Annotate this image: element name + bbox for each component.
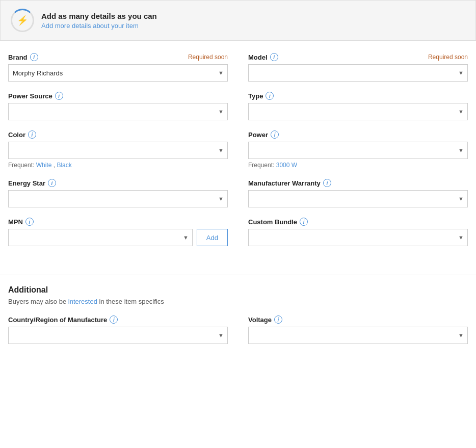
voltage-label-row: Voltage i <box>248 315 468 324</box>
brand-select[interactable]: Morphy Richards Philips Bosch <box>8 64 228 82</box>
brand-label-row: Brand i Required soon <box>8 53 228 61</box>
manufacturer-warranty-select[interactable] <box>248 190 468 207</box>
model-label-text: Model <box>248 54 268 61</box>
voltage-label-text: Voltage <box>248 316 272 324</box>
model-label-row: Model i Required soon <box>248 53 468 61</box>
power-select[interactable]: 3000 W <box>248 142 468 159</box>
header-banner: Add as many details as you can Add more … <box>0 0 476 41</box>
country-region-label-row: Country/Region of Manufacture i <box>8 315 228 324</box>
additional-subtitle-end: in these item specifics <box>97 298 164 305</box>
power-source-select[interactable] <box>8 103 228 120</box>
power-label-text: Power <box>248 131 268 139</box>
power-source-field-group: Power Source i ▼ <box>8 92 228 120</box>
energy-star-label-row: Energy Star i <box>8 179 228 187</box>
mpn-label: MPN i <box>8 218 34 226</box>
energy-star-info-icon[interactable]: i <box>48 179 56 187</box>
type-select-wrapper: ▼ <box>248 103 468 120</box>
color-frequent-white[interactable]: White <box>36 162 52 169</box>
color-label-text: Color <box>8 131 25 139</box>
power-field-group: Power i 3000 W ▼ Frequent: 3000 W <box>248 130 468 169</box>
model-select[interactable] <box>248 64 468 82</box>
type-label-text: Type <box>248 92 263 100</box>
voltage-info-icon[interactable]: i <box>274 315 282 324</box>
color-label: Color i <box>8 130 36 139</box>
type-field-group: Type i ▼ <box>248 92 468 120</box>
country-region-select[interactable] <box>8 327 228 344</box>
additional-section: Additional Buyers may also be interested… <box>0 285 476 354</box>
country-region-field-group: Country/Region of Manufacture i ▼ <box>8 315 228 344</box>
color-select[interactable]: White Black <box>8 142 228 159</box>
type-label-row: Type i <box>248 92 468 100</box>
energy-star-label: Energy Star i <box>8 179 56 187</box>
custom-bundle-label: Custom Bundle i <box>248 218 308 226</box>
power-source-select-wrapper: ▼ <box>8 103 228 120</box>
additional-subtitle: Buyers may also be interested in these i… <box>8 298 468 305</box>
manufacturer-warranty-label-text: Manufacturer Warranty <box>248 179 321 187</box>
color-frequent-black[interactable]: Black <box>57 162 71 169</box>
progress-icon <box>11 9 34 32</box>
brand-info-icon[interactable]: i <box>30 53 38 61</box>
mpn-label-row: MPN i <box>8 218 228 226</box>
voltage-label: Voltage i <box>248 315 282 324</box>
color-select-wrapper: White Black ▼ <box>8 142 228 159</box>
brand-label-text: Brand <box>8 54 28 61</box>
model-label: Model i <box>248 53 278 61</box>
power-source-label-text: Power Source <box>8 92 52 100</box>
custom-bundle-select[interactable] <box>248 229 468 246</box>
form-container: Brand i Required soon Morphy Richards Ph… <box>0 53 476 265</box>
country-region-label-text: Country/Region of Manufacture <box>8 316 107 324</box>
brand-label: Brand i <box>8 53 38 61</box>
additional-interested-link[interactable]: interested <box>68 298 97 305</box>
country-region-label: Country/Region of Manufacture i <box>8 315 118 324</box>
section-divider <box>0 275 476 275</box>
type-info-icon[interactable]: i <box>266 92 274 100</box>
country-region-select-wrapper: ▼ <box>8 327 228 344</box>
power-source-label-row: Power Source i <box>8 92 228 100</box>
additional-form-grid: Country/Region of Manufacture i ▼ Voltag… <box>8 315 468 354</box>
power-frequent-row: Frequent: 3000 W <box>248 162 468 169</box>
model-required-soon: Required soon <box>428 54 468 61</box>
custom-bundle-label-row: Custom Bundle i <box>248 218 468 226</box>
mpn-row: ▼ Add <box>8 229 228 246</box>
energy-star-select[interactable] <box>8 190 228 207</box>
color-field-group: Color i White Black ▼ Frequent: White , … <box>8 130 228 169</box>
voltage-select[interactable] <box>248 327 468 344</box>
mpn-label-text: MPN <box>8 218 23 226</box>
type-select[interactable] <box>248 103 468 120</box>
additional-subtitle-text: Buyers may also be <box>8 298 68 305</box>
header-title: Add as many details as you can <box>41 12 157 20</box>
mpn-select[interactable] <box>8 229 193 246</box>
additional-title: Additional <box>8 285 468 295</box>
mpn-add-button[interactable]: Add <box>197 229 228 246</box>
color-label-row: Color i <box>8 130 228 139</box>
header-subtitle: Add more details about your item <box>41 22 157 30</box>
power-source-label: Power Source i <box>8 92 63 100</box>
custom-bundle-info-icon[interactable]: i <box>300 218 308 226</box>
power-label-row: Power i <box>248 130 468 139</box>
model-select-wrapper: ▼ <box>248 64 468 82</box>
voltage-field-group: Voltage i ▼ <box>248 315 468 344</box>
custom-bundle-field-group: Custom Bundle i ▼ <box>248 218 468 246</box>
power-frequent-3000w[interactable]: 3000 W <box>276 162 297 169</box>
header-text: Add as many details as you can Add more … <box>41 12 157 30</box>
color-frequent-row: Frequent: White , Black <box>8 162 228 169</box>
custom-bundle-label-text: Custom Bundle <box>248 218 297 226</box>
manufacturer-warranty-info-icon[interactable]: i <box>323 179 331 187</box>
brand-required-soon: Required soon <box>188 54 228 61</box>
energy-star-select-wrapper: ▼ <box>8 190 228 207</box>
manufacturer-warranty-label: Manufacturer Warranty i <box>248 179 331 187</box>
manufacturer-warranty-label-row: Manufacturer Warranty i <box>248 179 468 187</box>
manufacturer-warranty-field-group: Manufacturer Warranty i ▼ <box>248 179 468 207</box>
power-source-info-icon[interactable]: i <box>55 92 63 100</box>
energy-star-field-group: Energy Star i ▼ <box>8 179 228 207</box>
custom-bundle-select-wrapper: ▼ <box>248 229 468 246</box>
color-info-icon[interactable]: i <box>28 130 36 139</box>
color-frequent-label: Frequent: <box>8 162 34 169</box>
mpn-info-icon[interactable]: i <box>25 218 34 226</box>
brand-field-group: Brand i Required soon Morphy Richards Ph… <box>8 53 228 82</box>
voltage-select-wrapper: ▼ <box>248 327 468 344</box>
country-region-info-icon[interactable]: i <box>110 315 118 324</box>
power-info-icon[interactable]: i <box>271 130 279 139</box>
model-info-icon[interactable]: i <box>270 53 278 61</box>
model-field-group: Model i Required soon ▼ <box>248 53 468 82</box>
